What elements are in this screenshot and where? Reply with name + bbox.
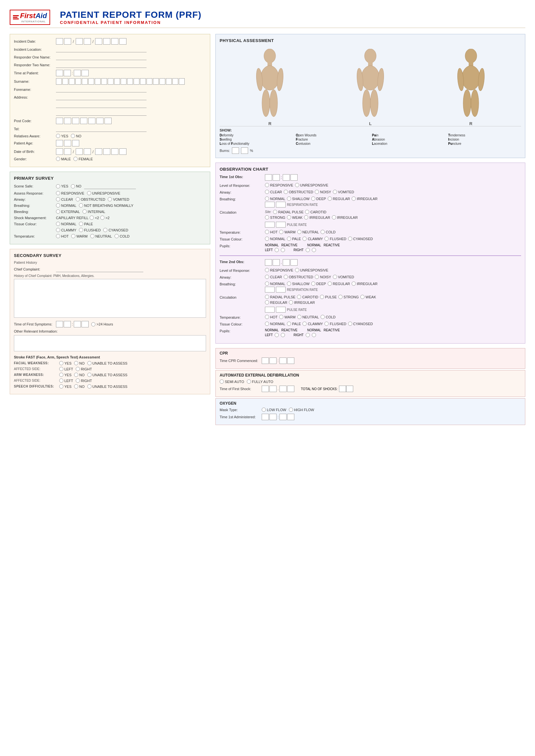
ps-tissue-pale[interactable]: PALE <box>79 222 93 226</box>
tc2-normal[interactable]: NORMAL <box>265 322 285 326</box>
b1-regular[interactable]: REGULAR <box>328 197 350 201</box>
date-box-y1[interactable] <box>95 38 102 44</box>
date-box-m1[interactable] <box>76 38 83 44</box>
fw-yes[interactable]: YES <box>59 361 71 365</box>
s-c12[interactable] <box>127 78 133 85</box>
t2-neutral-radio[interactable] <box>297 315 301 319</box>
tc1-pale-radio[interactable] <box>287 237 291 241</box>
aw-no-radio[interactable] <box>74 373 78 377</box>
tc1-clammy-radio[interactable] <box>302 237 307 241</box>
incident-location-input[interactable] <box>56 46 147 52</box>
sd-yes-radio[interactable] <box>59 384 63 389</box>
a1-clear-radio[interactable] <box>265 190 269 194</box>
address-input-2[interactable] <box>56 102 147 108</box>
dob-y4[interactable] <box>119 148 127 155</box>
t2-m1[interactable] <box>283 259 290 266</box>
aw-no[interactable]: NO <box>74 373 85 377</box>
aed-m2[interactable] <box>287 386 294 392</box>
ps-airway-obstructed[interactable]: OBSTRUCTED <box>76 197 105 202</box>
cap-less2-radio[interactable] <box>90 216 94 220</box>
assess-unresponsive-radio[interactable] <box>87 191 91 195</box>
sd-no[interactable]: NO <box>74 384 85 389</box>
cap-more2[interactable]: >2 <box>100 216 110 220</box>
s-c20[interactable] <box>179 78 185 85</box>
b2-shallow[interactable]: SHALLOW <box>287 282 310 286</box>
fw-yes-radio[interactable] <box>59 361 63 365</box>
t2-h2[interactable] <box>273 259 280 266</box>
t1-h2[interactable] <box>273 174 280 181</box>
t1-hot-radio[interactable] <box>265 230 269 234</box>
c2-weak[interactable]: WEAK <box>360 295 376 299</box>
c2-carotid[interactable]: CAROTID <box>297 295 318 299</box>
b2-deep[interactable]: DEEP <box>311 282 326 286</box>
fw-no-radio[interactable] <box>74 361 78 365</box>
tel-input[interactable] <box>56 126 147 132</box>
ps-bleeding-internal-radio[interactable] <box>82 209 87 214</box>
s-c17[interactable] <box>159 78 165 85</box>
fa-right[interactable]: RIGHT <box>76 367 92 371</box>
b2-irregular[interactable]: IRREGULAR <box>352 282 378 286</box>
ps-temp-neutral[interactable]: NEUTRAL <box>90 234 112 238</box>
t2-h1[interactable] <box>265 259 272 266</box>
aw-yes-radio[interactable] <box>59 373 63 377</box>
s-c6[interactable] <box>88 78 94 85</box>
a1-obstructed[interactable]: OBSTRUCTED <box>284 190 313 194</box>
t2-warm[interactable]: WARM <box>279 315 295 319</box>
t2-cold-radio[interactable] <box>321 315 325 319</box>
resp-rate-1-box1[interactable] <box>265 202 275 207</box>
relatives-yes-radio[interactable] <box>56 134 60 138</box>
age-1[interactable] <box>56 140 63 147</box>
tc1-pale[interactable]: PALE <box>287 237 301 241</box>
aa-right[interactable]: RIGHT <box>76 378 92 383</box>
tc2-pale-radio[interactable] <box>287 322 291 326</box>
b1-deep-radio[interactable] <box>311 197 315 201</box>
fw-unable[interactable]: UNABLE TO ASSESS <box>87 361 127 365</box>
ps-bleeding-external[interactable]: EXTERNAL <box>56 209 80 214</box>
pupils-2-l-reactive[interactable] <box>281 333 285 337</box>
aed-fully-radio[interactable] <box>247 379 251 384</box>
pulse-rate-2-box1[interactable] <box>265 307 275 312</box>
t1-h1[interactable] <box>265 174 272 181</box>
tc2-cyanosed-radio[interactable] <box>348 322 352 326</box>
b1-normal[interactable]: NORMAL <box>265 197 285 201</box>
ps-tissue-pale-radio[interactable] <box>79 222 83 226</box>
c2-irregular[interactable]: IRREGULAR <box>289 300 315 305</box>
c1-carotid[interactable]: CAROTID <box>305 210 326 214</box>
c2-irregular-radio[interactable] <box>289 300 293 305</box>
sd-unable[interactable]: UNABLE TO ASSESS <box>87 384 127 389</box>
gender-male-radio[interactable] <box>56 157 60 161</box>
ps-airway-vomited[interactable]: VOMITED <box>108 197 129 202</box>
s-c14[interactable] <box>140 78 146 85</box>
mask-high[interactable]: HIGH FLOW <box>289 408 314 412</box>
ps-breathing-normal-radio[interactable] <box>56 203 60 207</box>
ps-tissue-flushed[interactable]: FLUSHED <box>79 228 100 232</box>
s-c4[interactable] <box>75 78 81 85</box>
dob-d1[interactable] <box>56 148 63 155</box>
tc1-flushed[interactable]: FLUSHED <box>324 237 346 241</box>
age-2[interactable] <box>64 140 71 147</box>
assess-responsive-radio[interactable] <box>56 191 60 195</box>
c1-irregular[interactable]: IRREGULAR <box>304 215 330 220</box>
tc2-pale[interactable]: PALE <box>287 322 301 326</box>
pupils-1-l-normal[interactable] <box>275 248 279 252</box>
dob-d2[interactable] <box>64 148 71 155</box>
age-3[interactable] <box>72 140 79 147</box>
scene-no-radio[interactable] <box>71 184 75 188</box>
ps-tissue-clammy-radio[interactable] <box>56 228 60 232</box>
t2-m2[interactable] <box>291 259 297 266</box>
c1-strong-radio[interactable] <box>265 215 269 220</box>
aed-m1[interactable] <box>279 386 287 392</box>
mask-high-radio[interactable] <box>289 408 293 412</box>
c1-irregular2-radio[interactable] <box>332 215 336 220</box>
a2-vomited[interactable]: VOMITED <box>333 275 354 279</box>
c1-weak[interactable]: WEAK <box>287 215 302 220</box>
t1-warm-radio[interactable] <box>279 230 283 234</box>
dob-y1[interactable] <box>95 148 102 155</box>
lor2-responsive[interactable]: RESPONSIVE <box>265 268 294 272</box>
t2-warm-radio[interactable] <box>279 315 283 319</box>
aw-unable[interactable]: UNABLE TO ASSESS <box>87 373 127 377</box>
ps-airway-vomited-radio[interactable] <box>108 197 112 202</box>
s-c2[interactable] <box>62 78 68 85</box>
aed-fully[interactable]: FULLY AUTO <box>247 379 273 384</box>
ps-airway-obstructed-radio[interactable] <box>76 197 80 202</box>
